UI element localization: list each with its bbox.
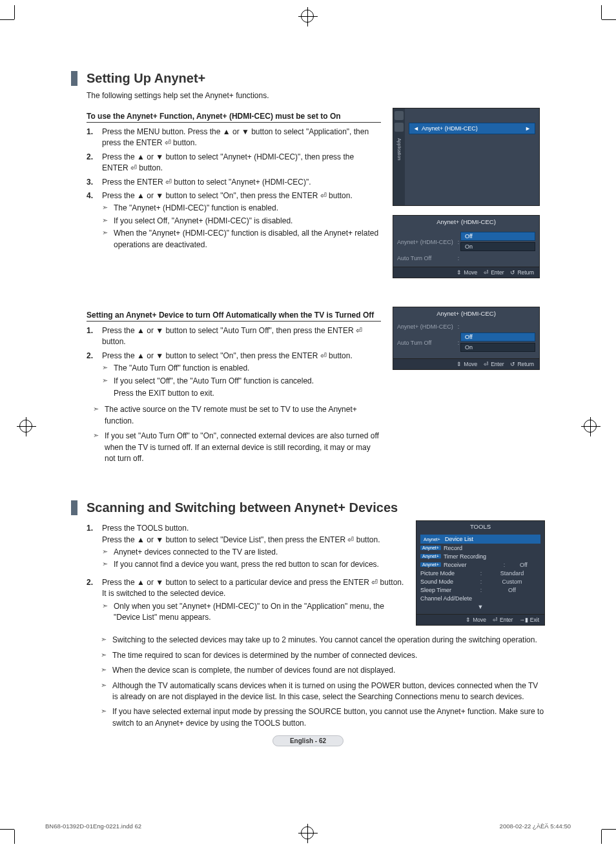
tools-item-selected[interactable]: Anynet+Device List xyxy=(420,535,540,544)
note-list: The active source on the TV remote must … xyxy=(71,404,381,464)
registration-mark-icon xyxy=(584,420,597,433)
page-number: English - 62 xyxy=(272,735,344,746)
step-text: Press the ▲ or ▼ button to select "Auto … xyxy=(102,325,381,348)
section-title: Setting Up Anynet+ xyxy=(71,71,545,86)
sub-bullet: Only when you set "Anynet+ (HDMI-CEC)" t… xyxy=(102,601,404,624)
subheading: Setting an Anynet+ Device to turn Off Au… xyxy=(87,311,381,322)
hint-move: ⇕ Move xyxy=(457,361,477,367)
sub-bullet: If you select Off, "Anynet+ (HDMI-CEC)" … xyxy=(102,216,381,227)
note-item: If you set "Auto Turn Off" to "On", conn… xyxy=(93,431,381,464)
tools-item[interactable]: Anynet+Timer Recording xyxy=(420,552,540,560)
step-number: 1. xyxy=(87,523,96,571)
menu-option-selected[interactable]: Off xyxy=(460,332,535,342)
note-item: The active source on the TV remote must … xyxy=(93,404,381,427)
osd-panel-tools: TOOLS Anynet+Device List Anynet+Record A… xyxy=(416,520,545,626)
step-text: Press the ▲ or ▼ button to select "On", … xyxy=(102,191,353,200)
step-list: 1.Press the ▲ or ▼ button to select "Aut… xyxy=(71,325,381,399)
step-number: 4. xyxy=(87,190,96,251)
tools-item[interactable]: Sleep Timer:Off xyxy=(420,586,540,594)
menu-option-selected[interactable]: Off xyxy=(460,232,535,241)
tools-item[interactable]: Channel Add/Delete xyxy=(420,594,540,602)
sub-bullet: When the "Anynet+ (HDMI-CEC)" function i… xyxy=(102,228,381,251)
sub-bullet: The "Auto Turn Off" function is enabled. xyxy=(102,363,381,374)
menu-option[interactable]: On xyxy=(460,343,535,352)
hint-enter: ⏎ Enter xyxy=(484,361,504,367)
menu-key: Anynet+ (HDMI-CEC) xyxy=(397,323,457,330)
registration-mark-icon xyxy=(301,10,314,23)
hint-return: ↺ Return xyxy=(510,361,534,367)
step-text: Press the MENU button. Press the ▲ or ▼ … xyxy=(102,127,381,149)
footer-timestamp: 2008-02-22 ¿ÀÈÄ 5:44:50 xyxy=(500,823,571,830)
step-number: 2. xyxy=(87,351,96,400)
note-item: The time required to scan for devices is… xyxy=(101,650,545,661)
panel-title: TOOLS xyxy=(416,521,544,532)
print-footer: BN68-01392D-01Eng-0221.indd 62 2008-02-2… xyxy=(45,823,571,830)
sub-bullet: If you select "Off", the "Auto Turn Off"… xyxy=(102,376,381,387)
menu-item-selected[interactable]: ◄ Anynet+ (HDMI-CEC) ► xyxy=(409,123,535,134)
sidebar-icon xyxy=(395,123,404,132)
note-item: When the device scan is complete, the nu… xyxy=(101,665,545,676)
tools-item[interactable]: Sound Mode:Custom xyxy=(420,577,540,586)
step-text: Press the ▲ or ▼ button to select to a p… xyxy=(102,578,404,598)
sub-bullet: If you cannot find a device you want, pr… xyxy=(102,559,404,570)
tools-item[interactable]: Anynet+Receiver:Off xyxy=(420,560,540,569)
step-number: 3. xyxy=(87,177,96,188)
note-item: Although the TV automatically scans devi… xyxy=(101,680,545,703)
step-number: 2. xyxy=(87,152,96,174)
step-number: 1. xyxy=(87,127,96,149)
step-list: 1.Press the MENU button. Press the ▲ or … xyxy=(71,127,381,251)
sidebar-icon xyxy=(395,111,404,120)
section-title: Scanning and Switching between Anynet+ D… xyxy=(71,500,545,515)
sub-bullet: Anynet+ devices connected to the TV are … xyxy=(102,547,404,558)
step-text: Press the ▲ or ▼ button to select "Devic… xyxy=(102,535,380,544)
osd-panel-cec: Anynet+ (HDMI-CEC) Anynet+ (HDMI-CEC) : … xyxy=(393,215,540,278)
step-number: 2. xyxy=(87,577,96,624)
hint-enter: ⏎ Enter xyxy=(493,617,513,623)
note-item: If you have selected external input mode… xyxy=(101,706,545,729)
menu-option[interactable]: On xyxy=(460,242,535,251)
step-number: 1. xyxy=(87,325,96,348)
subheading: To use the Anynet+ Function, Anynet+ (HD… xyxy=(87,112,381,123)
hint-return: ↺ Return xyxy=(510,269,534,276)
menu-key: Auto Turn Off xyxy=(397,255,457,261)
osd-panel-cec: Anynet+ (HDMI-CEC) Anynet+ (HDMI-CEC) : … xyxy=(393,307,540,370)
panel-title: Anynet+ (HDMI-CEC) xyxy=(393,216,539,228)
osd-panel-application: Application ◄ Anynet+ (HDMI-CEC) ► xyxy=(393,108,540,206)
hint-move: ⇕ Move xyxy=(457,269,477,276)
sub-text: Press the EXIT button to exit. xyxy=(102,388,381,399)
panel-title: Anynet+ (HDMI-CEC) xyxy=(393,307,539,320)
intro-text: The following settings help set the Anyn… xyxy=(87,91,545,100)
scroll-down-icon: ▼ xyxy=(420,602,540,611)
menu-key: Anynet+ (HDMI-CEC) xyxy=(397,239,457,245)
tools-item[interactable]: Anynet+Record xyxy=(420,544,540,552)
note-list: Switching to the selected devices may ta… xyxy=(71,635,545,729)
step-text: Press the ▲ or ▼ button to select "Anyne… xyxy=(102,152,381,174)
registration-mark-icon xyxy=(19,420,32,433)
step-text: Press the ENTER ⏎ button to select "Anyn… xyxy=(102,177,381,188)
tools-item[interactable]: Picture Mode:Standard xyxy=(420,569,540,577)
sub-bullet: The "Anynet+ (HDMI-CEC)" function is ena… xyxy=(102,203,381,214)
sidebar-label: Application xyxy=(397,138,402,160)
step-text: Press the ▲ or ▼ button to select "On", … xyxy=(102,351,353,360)
note-item: Switching to the selected devices may ta… xyxy=(101,635,545,646)
step-text: Press the TOOLS button. xyxy=(102,524,189,533)
menu-key: Auto Turn Off xyxy=(397,340,457,346)
hint-exit: →▮ Exit xyxy=(519,617,539,623)
hint-move: ⇕ Move xyxy=(466,617,486,623)
step-list: 1. Press the TOOLS button. Press the ▲ o… xyxy=(71,523,404,623)
hint-enter: ⏎ Enter xyxy=(484,269,504,276)
footer-file: BN68-01392D-01Eng-0221.indd 62 xyxy=(45,823,141,830)
